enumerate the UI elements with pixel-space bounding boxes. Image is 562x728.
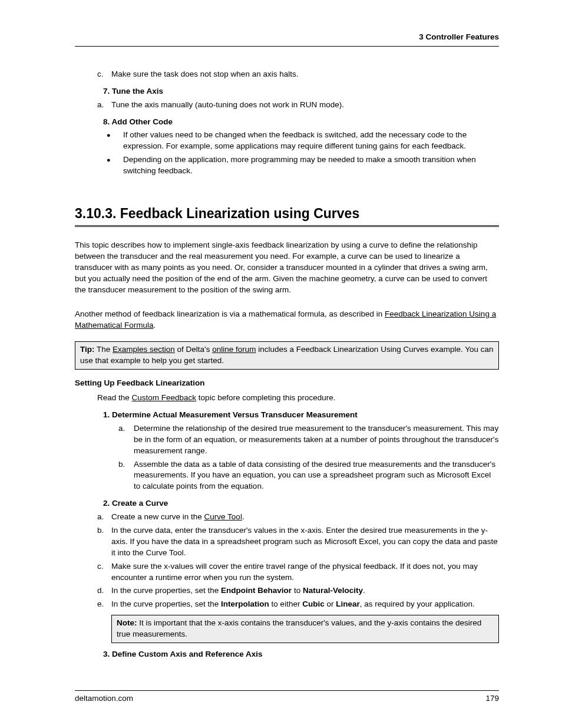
- text: to: [292, 586, 303, 595]
- footer-page-number: 179: [485, 693, 499, 704]
- item-marker: a.: [97, 512, 111, 523]
- item-text: In the curve properties, set the Endpoin…: [111, 585, 499, 597]
- paragraph: Another method of feedback linearization…: [75, 309, 499, 331]
- item-text: Create a new curve in the Curve Tool.: [111, 512, 499, 523]
- header-text: 3 Controller Features: [419, 32, 499, 41]
- bold-text: Endpoint Behavior: [221, 586, 292, 595]
- text: In the curve properties, set the: [111, 586, 221, 595]
- tip-box: Tip: The Examples section of Delta's onl…: [75, 341, 499, 370]
- text: or: [325, 599, 336, 608]
- step-heading-1: 1. Determine Actual Measurement Versus T…: [103, 410, 499, 421]
- list-item: a. Determine the relationship of the des…: [118, 423, 499, 457]
- paragraph: This topic describes how to implement si…: [75, 240, 499, 295]
- item-text: In the curve properties, set the Interpo…: [111, 599, 499, 610]
- text: Read the: [97, 393, 132, 402]
- item-marker: c.: [97, 69, 111, 80]
- document-page: 3 Controller Features c. Make sure the t…: [0, 0, 562, 728]
- footer-left: deltamotion.com: [75, 693, 133, 704]
- note-box: Note: It is important that the x-axis co…: [111, 615, 499, 643]
- step-heading-2: 2. Create a Curve: [103, 498, 499, 509]
- step-heading-3: 3. Define Custom Axis and Reference Axis: [103, 649, 499, 660]
- text: .: [154, 321, 156, 330]
- bold-text: Natural-Velocity: [303, 586, 363, 595]
- bold-text: Linear: [336, 599, 360, 608]
- link-examples-section[interactable]: Examples section: [113, 345, 175, 354]
- text: In the curve properties, set the: [111, 599, 221, 608]
- list-item: a. Tune the axis manually (auto-tuning d…: [97, 100, 499, 111]
- bullet-text: If other values need to be changed when …: [123, 130, 499, 152]
- step-heading-8: 8. Add Other Code: [103, 117, 499, 128]
- text: Another method of feedback linearization…: [75, 309, 385, 318]
- item-marker: a.: [97, 100, 111, 111]
- item-marker: c.: [97, 561, 111, 584]
- item-text: Tune the axis manually (auto-tuning does…: [111, 100, 499, 111]
- item-marker: b.: [97, 525, 111, 559]
- bullet-item: ● Depending on the application, more pro…: [107, 154, 499, 177]
- text: The: [95, 345, 113, 354]
- text: Create a new curve in the: [111, 512, 204, 521]
- section-title: 3.10.3. Feedback Linearization using Cur…: [75, 204, 499, 227]
- item-text: In the curve data, enter the transducer'…: [111, 525, 499, 559]
- item-text: Assemble the data as a table of data con…: [134, 459, 499, 493]
- bullet-icon: ●: [107, 154, 123, 177]
- bold-text: Cubic: [302, 599, 325, 608]
- item-marker: b.: [118, 459, 134, 493]
- item-text: Make sure the task does not stop when an…: [111, 69, 499, 80]
- tip-label: Tip:: [80, 345, 95, 354]
- text: .: [363, 586, 365, 595]
- text: .: [242, 512, 244, 521]
- list-item: a. Create a new curve in the Curve Tool.: [97, 512, 499, 523]
- list-item: b. In the curve data, enter the transduc…: [97, 525, 499, 559]
- bullet-icon: ●: [107, 130, 123, 152]
- item-text: Make sure the x-values will cover the en…: [111, 561, 499, 584]
- list-item: d. In the curve properties, set the Endp…: [97, 585, 499, 597]
- item-text: Determine the relationship of the desire…: [134, 423, 499, 457]
- item-marker: e.: [97, 599, 111, 610]
- subheading: Setting Up Feedback Linearization: [75, 378, 499, 389]
- link-curve-tool[interactable]: Curve Tool: [204, 512, 242, 521]
- step-heading-7: 7. Tune the Axis: [103, 86, 499, 97]
- list-item: b. Assemble the data as a table of data …: [118, 459, 499, 493]
- bullet-text: Depending on the application, more progr…: [123, 154, 499, 177]
- note-label: Note:: [117, 618, 137, 627]
- text: of Delta's: [175, 345, 212, 354]
- page-footer: deltamotion.com 179: [75, 690, 499, 704]
- paragraph: Read the Custom Feedback topic before co…: [97, 393, 499, 404]
- text: topic before completing this procedure.: [196, 393, 335, 402]
- list-item: c. Make sure the x-values will cover the…: [97, 561, 499, 584]
- link-online-forum[interactable]: online forum: [212, 345, 256, 354]
- bullet-item: ● If other values need to be changed whe…: [107, 130, 499, 152]
- bold-text: Interpolation: [221, 599, 269, 608]
- page-content: c. Make sure the task does not stop when…: [75, 69, 499, 660]
- link-custom-feedback[interactable]: Custom Feedback: [132, 393, 197, 402]
- list-item: e. In the curve properties, set the Inte…: [97, 599, 499, 610]
- text: to either: [269, 599, 302, 608]
- note-text: It is important that the x-axis contains…: [117, 618, 481, 638]
- item-marker: a.: [118, 423, 134, 457]
- item-marker: d.: [97, 585, 111, 597]
- text: , as required by your application.: [360, 599, 475, 608]
- page-header: 3 Controller Features: [75, 32, 499, 47]
- list-item: c. Make sure the task does not stop when…: [97, 69, 499, 80]
